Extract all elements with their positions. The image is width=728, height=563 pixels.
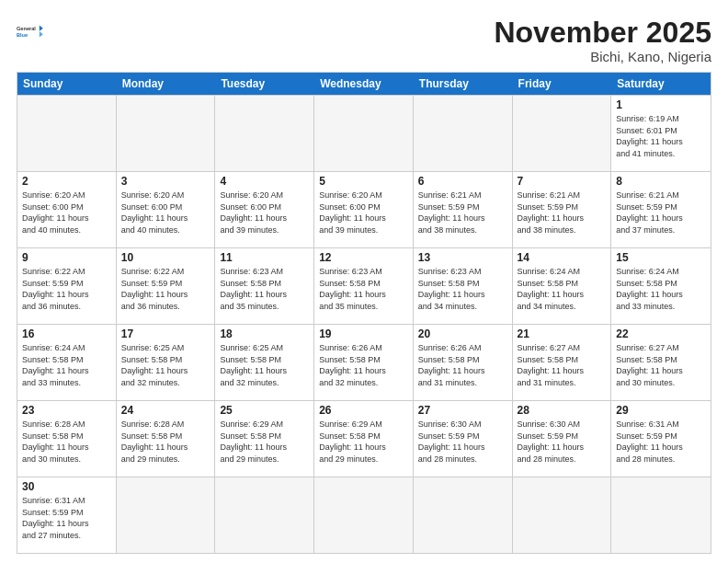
calendar-cell-r5-c2	[215, 477, 314, 553]
calendar-cell-r2-c3: 12Sunrise: 6:23 AM Sunset: 5:58 PM Dayli…	[314, 248, 414, 324]
day-number: 8	[616, 175, 706, 188]
calendar-cell-r1-c3: 5Sunrise: 6:20 AM Sunset: 6:00 PM Daylig…	[314, 172, 414, 247]
day-info: Sunrise: 6:21 AM Sunset: 5:59 PM Dayligh…	[418, 190, 507, 236]
calendar-row-3: 16Sunrise: 6:24 AM Sunset: 5:58 PM Dayli…	[17, 324, 711, 400]
calendar-cell-r5-c4	[414, 477, 513, 553]
calendar-row-1: 2Sunrise: 6:20 AM Sunset: 6:00 PM Daylig…	[17, 171, 711, 247]
calendar-cell-r2-c0: 9Sunrise: 6:22 AM Sunset: 5:59 PM Daylig…	[17, 248, 117, 324]
day-number: 23	[22, 404, 111, 417]
day-number: 7	[518, 175, 607, 188]
calendar-cell-r4-c5: 28Sunrise: 6:30 AM Sunset: 5:59 PM Dayli…	[513, 401, 612, 477]
day-info: Sunrise: 6:27 AM Sunset: 5:58 PM Dayligh…	[518, 342, 607, 388]
title-block: November 2025 Bichi, Kano, Nigeria	[494, 17, 711, 64]
calendar: Sunday Monday Tuesday Wednesday Thursday…	[17, 72, 711, 554]
calendar-cell-r4-c1: 24Sunrise: 6:28 AM Sunset: 5:58 PM Dayli…	[117, 401, 216, 477]
location-title: Bichi, Kano, Nigeria	[494, 49, 711, 64]
day-info: Sunrise: 6:31 AM Sunset: 5:59 PM Dayligh…	[22, 495, 111, 541]
calendar-cell-r4-c0: 23Sunrise: 6:28 AM Sunset: 5:58 PM Dayli…	[17, 401, 117, 477]
day-info: Sunrise: 6:29 AM Sunset: 5:58 PM Dayligh…	[220, 419, 309, 465]
weekday-sunday: Sunday	[17, 73, 117, 95]
calendar-cell-r0-c2	[215, 96, 314, 171]
day-number: 12	[319, 251, 408, 264]
day-info: Sunrise: 6:31 AM Sunset: 5:59 PM Dayligh…	[616, 419, 706, 465]
day-info: Sunrise: 6:29 AM Sunset: 5:58 PM Dayligh…	[319, 419, 408, 465]
calendar-cell-r0-c1	[117, 96, 216, 171]
day-number: 1	[616, 98, 706, 111]
day-info: Sunrise: 6:20 AM Sunset: 6:00 PM Dayligh…	[319, 190, 408, 236]
weekday-friday: Friday	[513, 73, 612, 95]
day-info: Sunrise: 6:20 AM Sunset: 6:00 PM Dayligh…	[22, 190, 111, 236]
day-number: 13	[418, 251, 507, 264]
day-number: 29	[616, 404, 706, 417]
day-info: Sunrise: 6:23 AM Sunset: 5:58 PM Dayligh…	[319, 266, 408, 312]
header: GeneralBlue November 2025 Bichi, Kano, N…	[17, 17, 711, 64]
calendar-cell-r3-c1: 17Sunrise: 6:25 AM Sunset: 5:58 PM Dayli…	[117, 325, 216, 400]
day-info: Sunrise: 6:24 AM Sunset: 5:58 PM Dayligh…	[518, 266, 607, 312]
calendar-cell-r5-c3	[314, 477, 414, 553]
svg-text:General: General	[17, 26, 36, 31]
day-number: 3	[121, 175, 210, 188]
day-number: 14	[518, 251, 607, 264]
day-number: 22	[616, 327, 706, 340]
day-info: Sunrise: 6:23 AM Sunset: 5:58 PM Dayligh…	[418, 266, 507, 312]
calendar-cell-r3-c6: 22Sunrise: 6:27 AM Sunset: 5:58 PM Dayli…	[611, 325, 711, 400]
svg-marker-3	[40, 31, 43, 37]
day-info: Sunrise: 6:26 AM Sunset: 5:58 PM Dayligh…	[319, 342, 408, 388]
calendar-cell-r5-c0: 30Sunrise: 6:31 AM Sunset: 5:59 PM Dayli…	[17, 477, 117, 553]
calendar-cell-r2-c2: 11Sunrise: 6:23 AM Sunset: 5:58 PM Dayli…	[215, 248, 314, 324]
month-title: November 2025	[494, 17, 711, 49]
calendar-cell-r0-c3	[314, 96, 414, 171]
day-number: 24	[121, 404, 210, 417]
calendar-cell-r4-c4: 27Sunrise: 6:30 AM Sunset: 5:59 PM Dayli…	[414, 401, 513, 477]
svg-marker-2	[40, 26, 43, 31]
day-info: Sunrise: 6:28 AM Sunset: 5:58 PM Dayligh…	[121, 419, 210, 465]
day-info: Sunrise: 6:22 AM Sunset: 5:59 PM Dayligh…	[22, 266, 111, 312]
day-info: Sunrise: 6:30 AM Sunset: 5:59 PM Dayligh…	[418, 419, 507, 465]
calendar-cell-r5-c6	[611, 477, 711, 553]
calendar-cell-r0-c6: 1Sunrise: 6:19 AM Sunset: 6:01 PM Daylig…	[611, 96, 711, 171]
day-info: Sunrise: 6:25 AM Sunset: 5:58 PM Dayligh…	[121, 342, 210, 388]
calendar-cell-r3-c5: 21Sunrise: 6:27 AM Sunset: 5:58 PM Dayli…	[513, 325, 612, 400]
calendar-cell-r1-c2: 4Sunrise: 6:20 AM Sunset: 6:00 PM Daylig…	[215, 172, 314, 247]
day-info: Sunrise: 6:28 AM Sunset: 5:58 PM Dayligh…	[22, 419, 111, 465]
day-number: 28	[518, 404, 607, 417]
day-number: 2	[22, 175, 111, 188]
day-number: 10	[121, 251, 210, 264]
calendar-cell-r1-c4: 6Sunrise: 6:21 AM Sunset: 5:59 PM Daylig…	[414, 172, 513, 247]
day-number: 25	[220, 404, 309, 417]
day-info: Sunrise: 6:20 AM Sunset: 6:00 PM Dayligh…	[121, 190, 210, 236]
calendar-row-5: 30Sunrise: 6:31 AM Sunset: 5:59 PM Dayli…	[17, 477, 711, 553]
calendar-row-4: 23Sunrise: 6:28 AM Sunset: 5:58 PM Dayli…	[17, 400, 711, 477]
calendar-cell-r5-c5	[513, 477, 612, 553]
day-info: Sunrise: 6:21 AM Sunset: 5:59 PM Dayligh…	[616, 190, 706, 236]
weekday-tuesday: Tuesday	[215, 73, 314, 95]
day-number: 9	[22, 251, 111, 264]
day-number: 6	[418, 175, 507, 188]
calendar-header: Sunday Monday Tuesday Wednesday Thursday…	[17, 73, 711, 95]
calendar-cell-r3-c3: 19Sunrise: 6:26 AM Sunset: 5:58 PM Dayli…	[314, 325, 414, 400]
day-info: Sunrise: 6:25 AM Sunset: 5:58 PM Dayligh…	[220, 342, 309, 388]
calendar-cell-r2-c6: 15Sunrise: 6:24 AM Sunset: 5:58 PM Dayli…	[611, 248, 711, 324]
weekday-thursday: Thursday	[414, 73, 513, 95]
calendar-body: 1Sunrise: 6:19 AM Sunset: 6:01 PM Daylig…	[17, 95, 711, 553]
calendar-cell-r1-c5: 7Sunrise: 6:21 AM Sunset: 5:59 PM Daylig…	[513, 172, 612, 247]
calendar-cell-r0-c5	[513, 96, 612, 171]
calendar-cell-r1-c1: 3Sunrise: 6:20 AM Sunset: 6:00 PM Daylig…	[117, 172, 216, 247]
day-info: Sunrise: 6:24 AM Sunset: 5:58 PM Dayligh…	[616, 266, 706, 312]
calendar-cell-r1-c0: 2Sunrise: 6:20 AM Sunset: 6:00 PM Daylig…	[17, 172, 117, 247]
calendar-cell-r0-c0	[17, 96, 117, 171]
calendar-cell-r2-c4: 13Sunrise: 6:23 AM Sunset: 5:58 PM Dayli…	[414, 248, 513, 324]
weekday-saturday: Saturday	[611, 73, 711, 95]
logo-icon: GeneralBlue	[17, 17, 46, 46]
day-number: 20	[418, 327, 507, 340]
day-number: 17	[121, 327, 210, 340]
day-info: Sunrise: 6:24 AM Sunset: 5:58 PM Dayligh…	[22, 342, 111, 388]
day-info: Sunrise: 6:21 AM Sunset: 5:59 PM Dayligh…	[518, 190, 607, 236]
calendar-cell-r4-c2: 25Sunrise: 6:29 AM Sunset: 5:58 PM Dayli…	[215, 401, 314, 477]
logo: GeneralBlue	[17, 17, 46, 46]
calendar-cell-r3-c2: 18Sunrise: 6:25 AM Sunset: 5:58 PM Dayli…	[215, 325, 314, 400]
calendar-cell-r3-c0: 16Sunrise: 6:24 AM Sunset: 5:58 PM Dayli…	[17, 325, 117, 400]
calendar-cell-r4-c3: 26Sunrise: 6:29 AM Sunset: 5:58 PM Dayli…	[314, 401, 414, 477]
day-number: 5	[319, 175, 408, 188]
page: GeneralBlue November 2025 Bichi, Kano, N…	[0, 0, 728, 563]
